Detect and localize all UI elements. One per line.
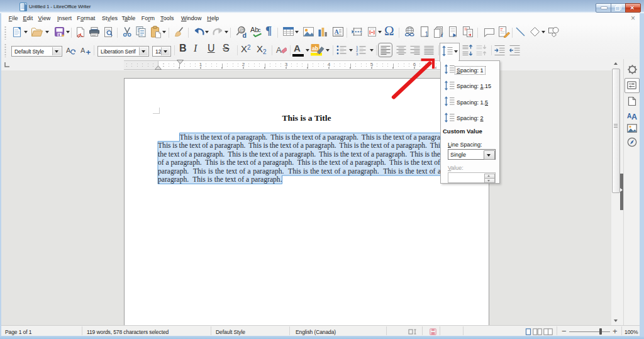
svg-text:A: A (80, 47, 86, 54)
svg-text:d: d (243, 31, 247, 39)
svg-text:ab: ab (312, 45, 318, 52)
svg-text:i: i (441, 31, 443, 38)
svg-text:A: A (631, 113, 637, 121)
svg-text:A: A (276, 45, 282, 55)
svg-text:c: c (258, 27, 261, 33)
svg-text:1: 1 (425, 31, 429, 38)
svg-text:A: A (335, 28, 340, 35)
svg-text:A: A (66, 47, 71, 54)
svg-text:3: 3 (356, 52, 358, 56)
